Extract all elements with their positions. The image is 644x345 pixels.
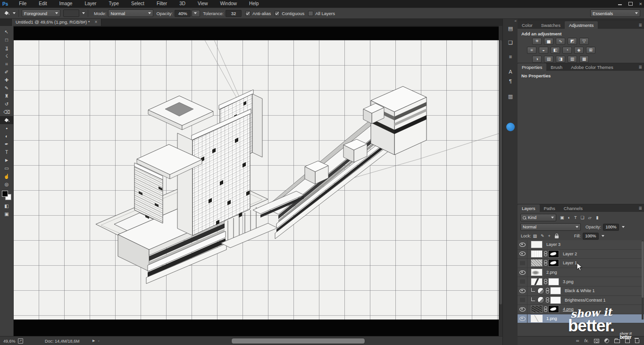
crop-tool[interactable]: ⌗ [0,60,13,68]
tab-brush[interactable]: Brush [546,63,567,71]
contiguous-checkbox[interactable] [275,11,280,16]
layer-mask-thumbnail[interactable] [548,259,559,267]
posterize-icon[interactable]: ▤ [544,56,553,63]
layer-mask-thumbnail[interactable] [548,305,559,313]
visibility-toggle[interactable] [518,250,527,259]
layer-row-brightness-contrast[interactable]: Brightness/Contrast 1 [518,296,644,305]
layer-name[interactable]: 3.png [563,279,574,284]
status-expand-icon[interactable]: ▶ [92,339,95,343]
adjustment-layer-icon[interactable] [537,296,544,303]
layer-name[interactable]: Layer 2 [563,252,577,256]
notes-panel-icon[interactable]: ▥ [503,93,518,100]
brush-tool[interactable]: ✎ [0,84,13,92]
visibility-toggle[interactable] [518,286,527,295]
pen-tool[interactable]: ✒ [0,140,13,148]
tool-preset-icon[interactable] [4,10,16,16]
type-tool[interactable]: T [0,148,13,156]
fill-value[interactable]: 100% [583,233,599,240]
hand-tool[interactable]: ☝ [0,172,13,180]
collapse-dock-icon[interactable]: « [515,19,517,23]
layer-name[interactable]: 2.png [546,270,557,275]
filter-toggle-icon[interactable]: ▮ [596,215,598,220]
add-adjustment-layer-icon[interactable] [604,338,609,343]
layer-name[interactable]: Layer 3 [546,242,560,247]
layer-name[interactable]: Black & White 1 [565,288,595,293]
vertical-scrollbar-thumb[interactable] [499,40,502,304]
document-size-info[interactable]: Doc: 14,4M/18,6M [45,339,80,344]
invert-icon[interactable]: ◑ [532,56,542,63]
tab-properties[interactable]: Properties [518,63,546,71]
vibrance-icon[interactable]: ▽ [579,38,589,45]
tab-adobe-color-themes[interactable]: Adobe Color Themes [567,63,618,71]
layer-row-layer1[interactable]: Layer 1 [518,259,644,268]
layer-row-layer3[interactable]: Layer 3 [518,240,644,250]
layer-thumbnail[interactable] [531,315,543,322]
tab-paths[interactable]: Paths [540,204,560,212]
menu-window[interactable]: Window [214,0,243,8]
panel-menu-icon[interactable]: ≣ [638,206,642,210]
layer-name[interactable]: Brightness/Contrast 1 [565,298,606,303]
lock-transparency-icon[interactable]: ▨ [533,234,537,238]
filter-pixel-layers-icon[interactable]: ▣ [560,215,564,220]
layer-thumbnail[interactable] [531,250,543,258]
lasso-tool[interactable]: ʓ [0,44,13,52]
canvas-area[interactable] [13,26,502,336]
lock-all-icon[interactable] [555,236,559,238]
tolerance-input[interactable]: 32 [226,10,242,17]
menu-help[interactable]: Help [243,0,265,8]
menu-type[interactable]: Type [102,0,125,8]
layer-style-fx-icon[interactable]: fx. [584,338,589,343]
tab-swatches[interactable]: Swatches [537,21,565,29]
visibility-toggle[interactable] [518,305,527,314]
libraries-panel-icon[interactable] [506,123,515,131]
photo-filter-icon[interactable]: ◔ [562,47,572,54]
filter-adjustment-layers-icon[interactable]: ◐ [568,215,570,220]
lock-position-icon[interactable]: + [548,234,551,238]
layer-row-3png[interactable]: 3.png [518,277,644,286]
workspace-select[interactable]: Essentials [590,9,640,17]
filter-shape-layers-icon[interactable]: ❏ [580,215,584,220]
history-brush-tool[interactable]: ↺ [0,100,13,108]
menu-3d[interactable]: 3D [173,0,192,8]
opacity-dropdown-button[interactable] [192,10,200,17]
clone-stamp-tool[interactable]: ♜ [0,92,13,100]
new-group-icon[interactable] [614,339,620,343]
levels-icon[interactable]: ▅ [544,38,553,45]
spot-healing-tool[interactable]: ✚ [0,76,13,84]
layer-name[interactable]: Layer 1 [563,261,577,265]
layer-thumbnail[interactable] [531,278,543,286]
tab-color[interactable]: Color [518,21,537,29]
move-tool[interactable]: ↖ [0,28,13,36]
menu-filter[interactable]: Filter [151,0,173,8]
menu-image[interactable]: Image [53,0,79,8]
eraser-tool[interactable]: ⌫ [0,108,13,116]
quick-mask-button[interactable]: ◧ [0,202,13,210]
clone-source-panel-icon[interactable]: ❏ [503,40,518,46]
zoom-tool[interactable]: ◎ [0,180,13,188]
marquee-tool[interactable]: □ [0,36,13,44]
dodge-tool[interactable]: ◐ [0,132,13,140]
document-tab[interactable]: Untitled1 @ 49,6% (1.png, RGB/8#) * × [11,18,101,26]
layer-mask-thumbnail[interactable] [550,287,561,295]
selective-color-icon[interactable]: ▦ [579,56,589,63]
visibility-toggle[interactable] [518,240,527,249]
mode-select[interactable]: Normal [108,9,153,17]
layer-thumbnail[interactable] [531,259,543,267]
layer-name[interactable]: 1.png [546,316,557,321]
path-selection-tool[interactable]: ▶ [0,156,13,164]
tab-channels[interactable]: Channels [560,204,587,212]
layers-scrollbar[interactable] [642,240,644,320]
layer-thumbnail[interactable] [531,269,543,276]
layer-row-4png[interactable]: 4.png [518,305,644,314]
link-layers-icon[interactable]: ∞ [576,338,579,343]
paint-bucket-tool[interactable] [0,116,13,124]
black-and-white-icon[interactable]: ◧ [551,47,560,54]
layer-row-layer2[interactable]: Layer 2 [518,250,644,259]
layer-row-1png-selected[interactable]: 1.png [518,314,644,324]
pattern-swatch[interactable] [63,9,79,17]
menu-select[interactable]: Select [125,0,151,8]
layer-mask-thumbnail[interactable] [548,278,559,286]
layer-mask-thumbnail[interactable] [548,250,559,258]
opacity-value[interactable]: 40% [175,10,191,17]
quick-selection-tool[interactable]: ☇ [0,52,13,60]
